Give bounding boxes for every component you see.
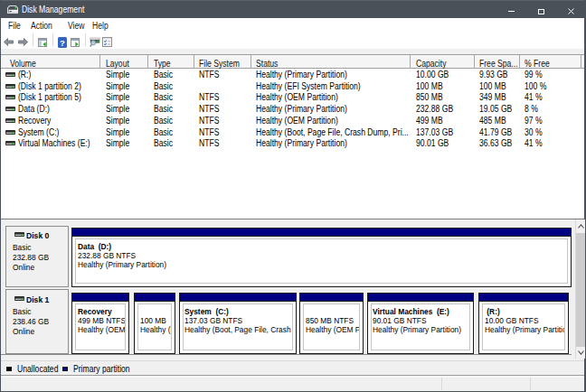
svg-text:?: ? — [60, 37, 65, 47]
